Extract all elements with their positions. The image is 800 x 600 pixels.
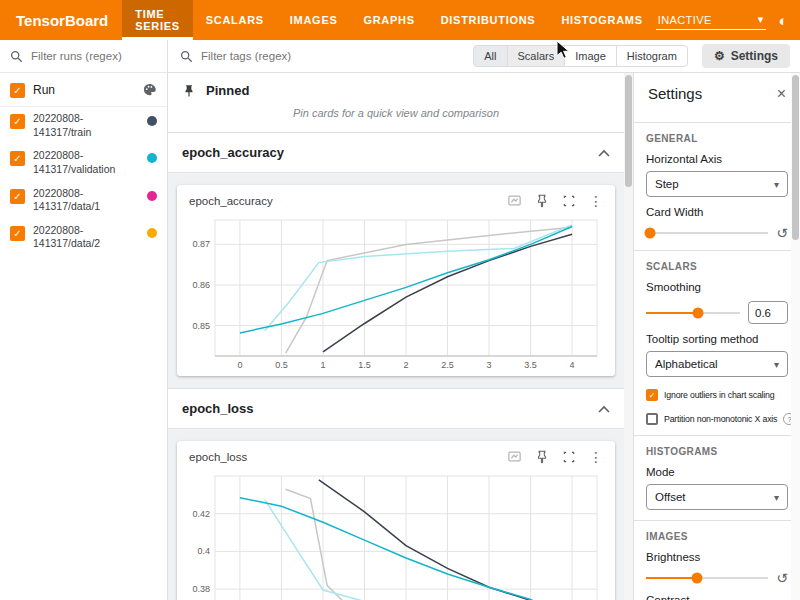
partition-x-axis-checkbox[interactable] <box>646 413 658 425</box>
fit-chart-icon[interactable] <box>507 193 522 208</box>
run-row-train[interactable]: ✓ 20220808-141317/train <box>0 107 167 144</box>
run-row-data-1[interactable]: ✓ 20220808-141317/data/1 <box>0 182 167 219</box>
nav-tabs: TIME SERIES SCALARS IMAGES GRAPHS DISTRI… <box>122 0 656 40</box>
card-width-slider[interactable] <box>646 232 768 234</box>
smoothing-value-input[interactable]: 0.6 <box>748 301 788 324</box>
tensorboard-app: TensorBoard TIME SERIES SCALARS IMAGES G… <box>0 0 800 600</box>
histograms-heading: HISTOGRAMS <box>646 446 788 457</box>
run-color-dot[interactable] <box>147 191 157 201</box>
brightness-label: Brightness <box>646 551 788 563</box>
images-heading: IMAGES <box>646 531 788 542</box>
run-color-dot[interactable] <box>147 116 157 126</box>
svg-text:3.5: 3.5 <box>524 360 537 370</box>
chevron-down-icon: ▾ <box>774 179 779 190</box>
tab-graphs[interactable]: GRAPHS <box>350 0 427 40</box>
chip-all[interactable]: All <box>473 45 507 67</box>
header-actions: INACTIVE ▾ ◐ ↻ ⚙ ? <box>656 0 800 40</box>
tooltip-sorting-select[interactable]: Alphabetical ▾ <box>646 351 788 377</box>
reset-icon[interactable]: ↺ <box>776 226 788 240</box>
scalar-card-epoch-accuracy: epoch_accuracy ⋮ 00.511.52 <box>177 185 615 376</box>
horizontal-axis-select[interactable]: Step ▾ <box>646 171 788 197</box>
runs-header-row: ✓ Run <box>0 73 167 107</box>
main-scrollbar[interactable] <box>624 73 633 600</box>
settings-scrollbar[interactable] <box>791 73 800 600</box>
svg-text:0.87: 0.87 <box>192 239 210 249</box>
svg-text:0.42: 0.42 <box>192 509 210 519</box>
tab-time-series[interactable]: TIME SERIES <box>122 0 193 40</box>
settings-scrollbar-thumb[interactable] <box>792 75 799 240</box>
settings-button[interactable]: ⚙ Settings <box>702 44 790 68</box>
runs-filter-input[interactable] <box>31 50 149 62</box>
svg-text:0.4: 0.4 <box>197 546 210 556</box>
run-color-dot[interactable] <box>147 228 157 238</box>
smoothing-control: 0.6 <box>646 301 788 324</box>
tab-scalars[interactable]: SCALARS <box>193 0 277 40</box>
reload-status-select[interactable]: INACTIVE ▾ <box>656 10 766 30</box>
pin-icon[interactable] <box>535 194 549 208</box>
card-actions: ⋮ <box>507 193 603 208</box>
run-color-dot[interactable] <box>147 153 157 163</box>
scalars-heading: SCALARS <box>646 261 788 272</box>
chevron-up-icon[interactable] <box>598 149 610 157</box>
run-checkbox[interactable]: ✓ <box>10 189 25 204</box>
section-header-epoch-accuracy[interactable]: epoch_accuracy <box>168 133 624 173</box>
theme-toggle-icon[interactable]: ◐ <box>779 13 788 28</box>
svg-text:1: 1 <box>320 360 325 370</box>
run-checkbox[interactable]: ✓ <box>10 114 25 129</box>
epoch-accuracy-chart[interactable]: 00.511.522.533.540.850.860.87 <box>181 212 611 374</box>
divider <box>634 122 800 123</box>
histogram-mode-label: Mode <box>646 466 788 478</box>
reset-icon[interactable]: ↺ <box>776 571 788 585</box>
tab-images[interactable]: IMAGES <box>277 0 351 40</box>
pin-icon[interactable] <box>535 450 549 464</box>
more-options-icon[interactable]: ⋮ <box>589 194 603 208</box>
chip-scalars[interactable]: Scalars <box>507 45 566 67</box>
fullscreen-icon[interactable] <box>562 450 576 464</box>
main-scrollbar-thumb[interactable] <box>625 75 632 187</box>
run-select-all-checkbox[interactable]: ✓ <box>10 83 25 98</box>
brightness-slider[interactable] <box>646 577 768 579</box>
search-icon <box>180 50 193 63</box>
divider <box>634 435 800 436</box>
run-row-validation[interactable]: ✓ 20220808-141317/validation <box>0 144 167 181</box>
tags-filter-input[interactable] <box>201 50 351 62</box>
run-label: 20220808-141317/data/1 <box>33 187 139 214</box>
section-title: epoch_accuracy <box>182 145 284 160</box>
tab-histograms[interactable]: HISTOGRAMS <box>548 0 655 40</box>
chip-image[interactable]: Image <box>564 45 617 67</box>
tab-distributions[interactable]: DISTRIBUTIONS <box>428 0 549 40</box>
general-heading: GENERAL <box>646 133 788 144</box>
more-options-icon[interactable]: ⋮ <box>589 450 603 464</box>
app-header: TensorBoard TIME SERIES SCALARS IMAGES G… <box>0 0 800 40</box>
section-body-epoch-loss: epoch_loss ⋮ 00.511.522.53 <box>168 429 624 600</box>
epoch-loss-chart[interactable]: 00.511.522.533.540.420.40.380.36 <box>181 468 611 600</box>
smoothing-slider[interactable] <box>646 312 740 314</box>
svg-text:0.86: 0.86 <box>192 280 210 290</box>
pinned-title: Pinned <box>206 83 249 98</box>
run-label: 20220808-141317/validation <box>33 149 139 176</box>
divider <box>634 250 800 251</box>
ignore-outliers-checkbox[interactable]: ✓ <box>646 389 658 401</box>
section-body-epoch-accuracy: epoch_accuracy ⋮ 00.511.52 <box>168 173 624 389</box>
run-checkbox[interactable]: ✓ <box>10 226 25 241</box>
divider <box>634 520 800 521</box>
chevron-up-icon[interactable] <box>598 405 610 413</box>
fullscreen-icon[interactable] <box>562 194 576 208</box>
histogram-mode-select[interactable]: Offset ▾ <box>646 484 788 510</box>
section-header-epoch-loss[interactable]: epoch_loss <box>168 389 624 429</box>
chip-histogram[interactable]: Histogram <box>616 45 688 67</box>
settings-panel-header: Settings × <box>646 83 788 112</box>
run-checkbox[interactable]: ✓ <box>10 151 25 166</box>
scalar-card-epoch-loss: epoch_loss ⋮ 00.511.522.53 <box>177 441 615 600</box>
svg-text:2.5: 2.5 <box>441 360 454 370</box>
run-row-data-2[interactable]: ✓ 20220808-141317/data/2 <box>0 219 167 256</box>
runs-sidebar: ✓ Run ✓ 20220808-141317/train ✓ 20220808… <box>0 40 168 600</box>
runs-filter <box>0 40 167 73</box>
fit-chart-icon[interactable] <box>507 449 522 464</box>
card-width-control: ↺ <box>646 226 788 240</box>
close-icon[interactable]: × <box>777 86 786 102</box>
palette-icon[interactable] <box>142 82 157 97</box>
chevron-down-icon: ▾ <box>758 13 764 26</box>
ignore-outliers-label: Ignore outliers in chart scaling <box>664 390 774 400</box>
main-content: Pinned Pin cards for a quick view and co… <box>168 73 624 600</box>
